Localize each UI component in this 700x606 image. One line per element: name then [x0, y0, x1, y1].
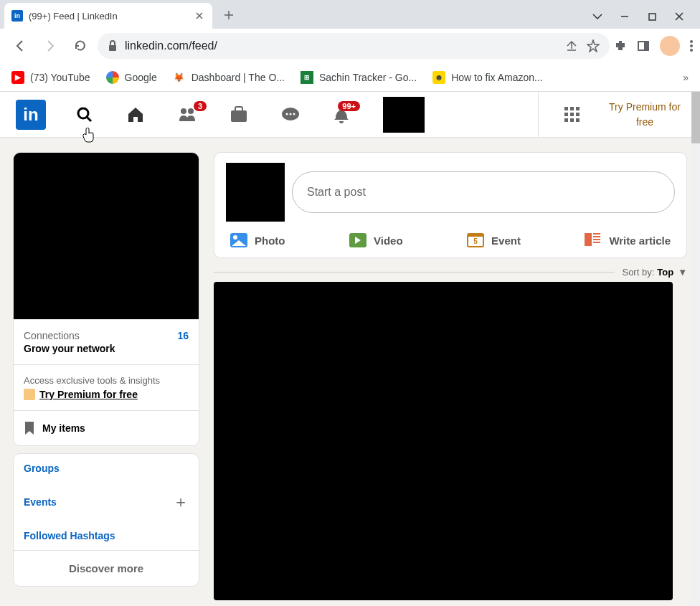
user-avatar[interactable] — [226, 163, 285, 222]
svg-point-14 — [293, 113, 295, 115]
svg-point-8 — [181, 108, 186, 114]
google-icon — [106, 71, 119, 84]
scroll-thumb[interactable] — [691, 92, 700, 143]
sort-value: Top — [657, 267, 673, 278]
youtube-icon: ▶ — [11, 71, 24, 84]
svg-point-4 — [690, 40, 693, 43]
svg-point-7 — [78, 108, 88, 118]
feed-post[interactable] — [214, 282, 673, 600]
svg-point-6 — [690, 49, 693, 52]
sidepanel-icon[interactable] — [637, 39, 650, 52]
sort-row[interactable]: Sort by: Top ▼ — [214, 267, 687, 278]
lock-icon — [108, 40, 118, 52]
maximize-icon[interactable] — [647, 11, 657, 22]
community-card: Groups Events＋ Followed Hashtags Discove… — [13, 453, 199, 587]
browser-menu-icon[interactable] — [690, 40, 693, 52]
hashtags-link[interactable]: Followed Hashtags — [14, 521, 199, 550]
divider — [214, 272, 615, 273]
dashboard-icon: 🦊 — [173, 71, 186, 84]
video-icon — [349, 233, 366, 247]
bookmark-google[interactable]: Google — [106, 71, 157, 84]
messaging-icon[interactable] — [281, 106, 300, 123]
connections-count: 16 — [177, 330, 189, 341]
svg-point-12 — [286, 113, 288, 115]
my-items-button[interactable]: My items — [14, 410, 199, 445]
bookmark-amazon[interactable]: ☻How to fix Amazon... — [432, 71, 543, 84]
close-window-icon[interactable] — [674, 11, 684, 22]
connections-label: Connections — [24, 330, 80, 341]
bookmark-tracker[interactable]: ⊞Sachin Tracker - Go... — [301, 71, 417, 84]
linkedin-favicon: in — [11, 10, 23, 22]
search-icon[interactable] — [76, 106, 93, 123]
svg-rect-1 — [109, 45, 116, 51]
url-text: linkedin.com/feed/ — [125, 39, 217, 52]
sheets-icon: ⊞ — [301, 71, 313, 84]
access-tools-label: Access exclusive tools & insights — [24, 375, 189, 386]
svg-point-13 — [290, 113, 292, 115]
address-bar[interactable]: linkedin.com/feed/ — [98, 33, 610, 59]
post-video-button[interactable]: Video — [349, 233, 403, 247]
home-icon[interactable] — [126, 105, 145, 124]
scrollbar[interactable] — [691, 92, 700, 606]
post-event-button[interactable]: 5Event — [467, 233, 521, 247]
svg-rect-3 — [644, 42, 648, 50]
photo-icon — [230, 233, 247, 247]
reload-button[interactable] — [67, 33, 93, 59]
bookmark-dashboard[interactable]: 🦊Dashboard | The O... — [173, 71, 285, 84]
connections-block[interactable]: Connections16 Grow your network — [14, 319, 199, 364]
work-apps-icon[interactable] — [564, 107, 580, 122]
notifications-icon[interactable]: 99+ — [333, 105, 350, 124]
minimize-icon[interactable] — [620, 11, 630, 22]
jobs-icon[interactable] — [230, 106, 248, 123]
caret-down-icon: ▼ — [678, 267, 687, 278]
browser-profile-avatar[interactable] — [660, 36, 680, 56]
chevron-down-icon[interactable] — [592, 11, 602, 22]
calendar-icon: 5 — [467, 233, 484, 247]
bookmark-icon — [24, 421, 35, 435]
back-button[interactable] — [7, 33, 33, 59]
svg-rect-0 — [649, 14, 656, 20]
discover-more-button[interactable]: Discover more — [14, 550, 199, 586]
premium-block[interactable]: Access exclusive tools & insights Try Pr… — [14, 364, 199, 410]
bookmarks-bar: ▶(73) YouTube Google 🦊Dashboard | The O.… — [0, 63, 700, 92]
profile-card-image[interactable] — [13, 152, 199, 320]
svg-point-5 — [690, 44, 693, 47]
new-tab-button[interactable] — [218, 4, 240, 26]
browser-toolbar: linkedin.com/feed/ — [0, 29, 700, 63]
premium-icon — [24, 389, 35, 400]
star-icon[interactable] — [587, 39, 600, 52]
extensions-icon[interactable] — [614, 39, 627, 52]
close-tab-icon[interactable] — [194, 10, 205, 22]
forward-button[interactable] — [37, 33, 63, 59]
browser-titlebar: in (99+) Feed | LinkedIn — [0, 0, 700, 29]
svg-point-9 — [188, 108, 194, 114]
groups-link[interactable]: Groups — [14, 454, 199, 483]
start-post-card: Start a post Photo Video 5Event Write ar… — [214, 152, 687, 258]
events-link[interactable]: Events＋ — [14, 483, 199, 521]
share-icon[interactable] — [565, 39, 578, 52]
notifications-badge: 99+ — [338, 101, 360, 111]
post-photo-button[interactable]: Photo — [230, 233, 285, 247]
try-premium-link[interactable]: Try Premium for free — [605, 100, 684, 130]
bookmarks-overflow-icon[interactable]: » — [683, 72, 689, 83]
sort-label: Sort by: — [622, 267, 654, 278]
browser-tab[interactable]: in (99+) Feed | LinkedIn — [4, 3, 212, 29]
profile-card: Connections16 Grow your network Access e… — [13, 152, 199, 446]
network-badge: 3 — [194, 101, 207, 111]
bookmark-youtube[interactable]: ▶(73) YouTube — [11, 71, 90, 84]
article-icon — [585, 233, 602, 247]
me-menu[interactable] — [383, 97, 425, 133]
svg-rect-10 — [231, 110, 247, 122]
gumroad-icon: ☻ — [432, 71, 445, 84]
window-controls — [592, 11, 700, 29]
start-post-button[interactable]: Start a post — [292, 171, 675, 213]
add-event-icon[interactable]: ＋ — [173, 491, 189, 513]
linkedin-body: Connections16 Grow your network Access e… — [0, 138, 700, 606]
tab-title: (99+) Feed | LinkedIn — [29, 11, 118, 22]
linkedin-logo[interactable]: in — [16, 100, 46, 130]
try-premium-link-sidebar[interactable]: Try Premium for free — [39, 389, 138, 400]
linkedin-header: in 3 99+ Try Premium for free — [0, 92, 700, 138]
network-icon[interactable]: 3 — [178, 105, 197, 124]
post-article-button[interactable]: Write article — [585, 233, 671, 247]
grow-network-label: Grow your network — [24, 343, 189, 354]
